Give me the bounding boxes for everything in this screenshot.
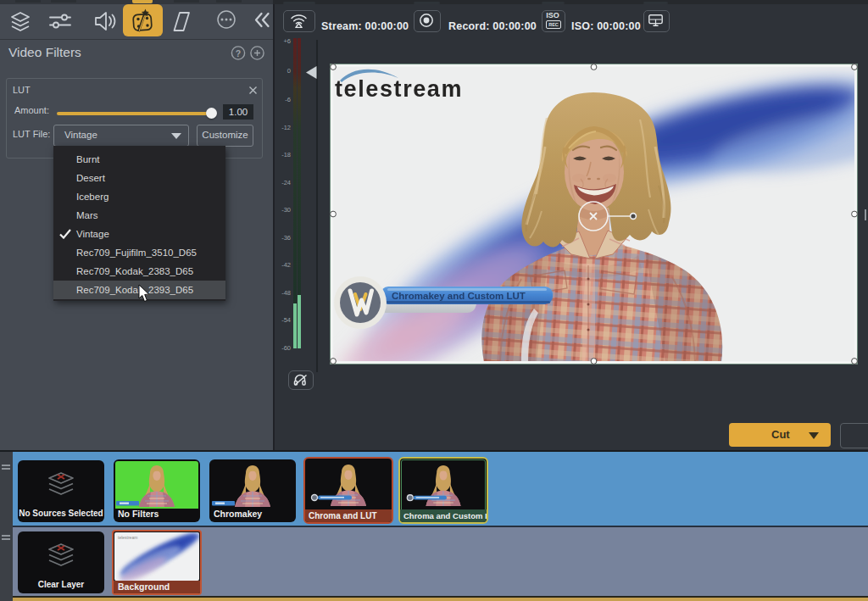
svg-text:-48: -48 (281, 289, 291, 297)
svg-text:-18: -18 (281, 151, 291, 159)
svg-text:-30: -30 (281, 206, 291, 214)
svg-text:-24: -24 (281, 179, 291, 186)
svg-text:-42: -42 (281, 261, 291, 269)
svg-text:-12: -12 (281, 124, 291, 131)
svg-text:-54: -54 (281, 316, 291, 324)
svg-text:-6: -6 (285, 96, 291, 103)
svg-text:0: 0 (287, 67, 291, 75)
svg-text:+6: +6 (283, 37, 291, 45)
svg-text:-60: -60 (281, 344, 291, 352)
svg-text:-36: -36 (281, 234, 291, 242)
svg-text:telestream: telestream (118, 535, 137, 540)
svg-text:?: ? (236, 48, 241, 58)
